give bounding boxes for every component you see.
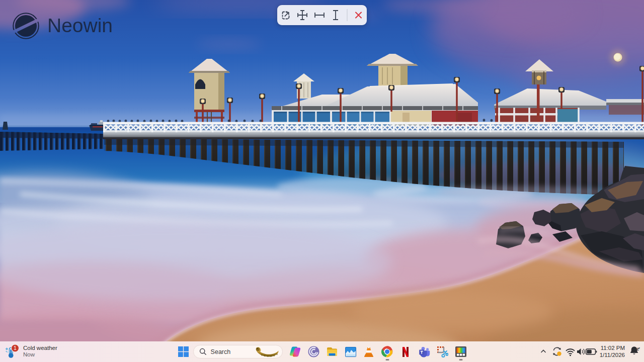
svg-text:1: 1 — [14, 345, 17, 351]
svg-text:z: z — [638, 346, 640, 349]
